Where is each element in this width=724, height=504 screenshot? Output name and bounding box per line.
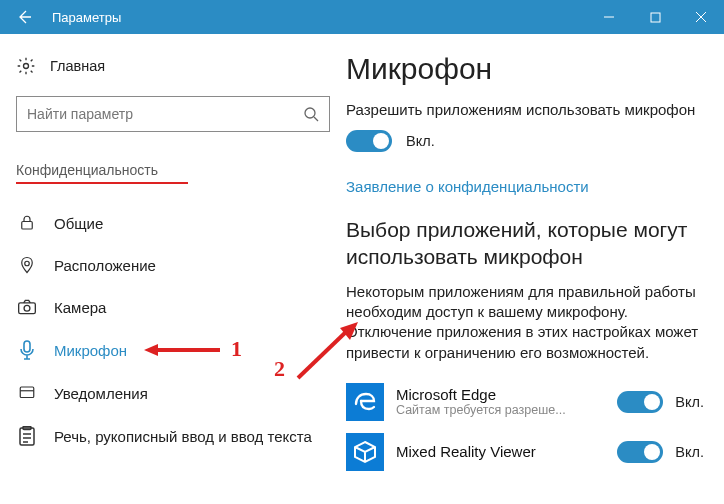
svg-line-6	[314, 117, 318, 121]
toggle-state-label: Вкл.	[675, 444, 704, 460]
app-row-edge: Microsoft Edge Сайтам требуется разреше.…	[346, 381, 704, 431]
svg-rect-14	[20, 387, 34, 398]
sidebar-nav: Общие Расположение Камера Микрофон	[16, 202, 330, 458]
cube-icon	[346, 433, 384, 471]
edge-icon	[346, 383, 384, 421]
sidebar-item-label: Общие	[54, 215, 103, 232]
svg-rect-7	[22, 222, 33, 230]
sidebar-item-location[interactable]: Расположение	[16, 244, 330, 286]
sidebar-item-speech[interactable]: Речь, рукописный ввод и ввод текста	[16, 414, 330, 458]
search-placeholder: Найти параметр	[27, 106, 133, 122]
main-panel: Микрофон Разрешить приложениям использов…	[346, 34, 724, 504]
sidebar-item-label: Уведомления	[54, 385, 148, 402]
app-row-mixed-reality: Mixed Reality Viewer Вкл.	[346, 431, 704, 481]
camera-icon	[16, 298, 38, 316]
svg-rect-11	[24, 341, 30, 352]
sidebar-item-general[interactable]: Общие	[16, 202, 330, 244]
app-name: Microsoft Edge	[396, 386, 605, 403]
sidebar-item-camera[interactable]: Камера	[16, 286, 330, 328]
notifications-icon	[16, 384, 38, 402]
svg-point-10	[24, 305, 30, 311]
svg-marker-13	[144, 344, 158, 356]
titlebar: Параметры	[0, 0, 724, 34]
sidebar-item-label: Камера	[54, 299, 106, 316]
close-button[interactable]	[678, 0, 724, 34]
annotation-number-1: 1	[231, 336, 242, 362]
app-toggle-mixed-reality[interactable]	[617, 441, 663, 463]
home-nav[interactable]: Главная	[16, 48, 330, 84]
svg-point-4	[24, 64, 29, 69]
close-icon	[695, 11, 707, 23]
allow-description: Разрешить приложениям использовать микро…	[346, 100, 704, 120]
search-input[interactable]: Найти параметр	[16, 96, 330, 132]
page-title: Микрофон	[346, 52, 704, 86]
section-header: Конфиденциальность	[16, 162, 188, 184]
location-icon	[16, 256, 38, 274]
app-subtext: Сайтам требуется разреше...	[396, 403, 605, 417]
privacy-statement-link[interactable]: Заявление о конфиденциальности	[346, 178, 589, 195]
maximize-icon	[650, 12, 661, 23]
svg-rect-1	[651, 13, 660, 22]
sidebar: Главная Найти параметр Конфиденциальност…	[0, 34, 346, 504]
toggle-state-label: Вкл.	[675, 394, 704, 410]
toggle-state-label: Вкл.	[406, 133, 435, 149]
choose-apps-heading: Выбор приложений, которые могут использо…	[346, 217, 704, 270]
window-title: Параметры	[48, 10, 586, 25]
sidebar-item-label: Речь, рукописный ввод и ввод текста	[54, 428, 312, 445]
arrow-left-icon	[16, 9, 32, 25]
annotation-number-2: 2	[274, 356, 285, 382]
gear-icon	[16, 56, 36, 76]
maximize-button[interactable]	[632, 0, 678, 34]
lock-icon	[16, 214, 38, 232]
minimize-icon	[603, 11, 615, 23]
minimize-button[interactable]	[586, 0, 632, 34]
app-toggle-edge[interactable]	[617, 391, 663, 413]
svg-point-5	[305, 108, 315, 118]
svg-line-21	[298, 330, 348, 378]
svg-point-8	[25, 261, 30, 266]
choose-apps-info: Некоторым приложениям для правильной раб…	[346, 282, 704, 363]
sidebar-item-label: Расположение	[54, 257, 156, 274]
app-name: Mixed Reality Viewer	[396, 443, 605, 460]
home-label: Главная	[50, 58, 105, 74]
annotation-arrow-icon	[144, 341, 222, 359]
sidebar-item-label: Микрофон	[54, 342, 127, 359]
back-button[interactable]	[0, 0, 48, 34]
clipboard-icon	[16, 426, 38, 446]
annotation-arrow-icon	[292, 322, 358, 384]
search-icon	[303, 106, 319, 122]
svg-rect-9	[19, 303, 36, 314]
microphone-master-toggle[interactable]	[346, 130, 392, 152]
microphone-icon	[16, 340, 38, 360]
